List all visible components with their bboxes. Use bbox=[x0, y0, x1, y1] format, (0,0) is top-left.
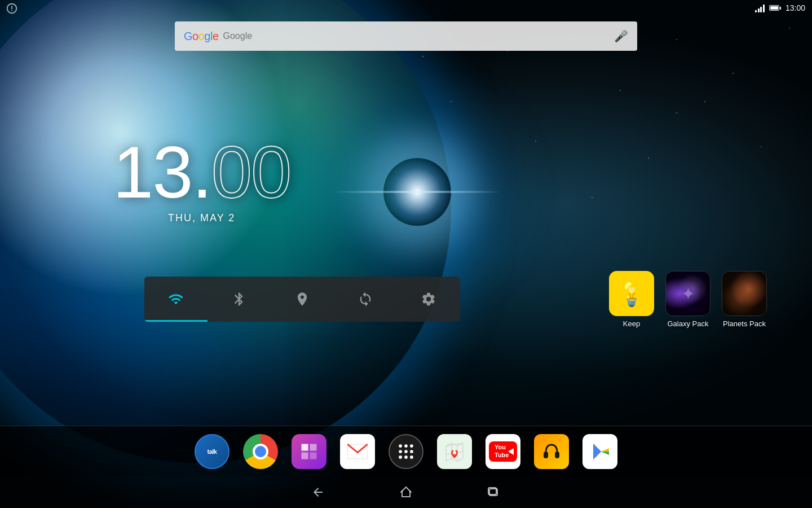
keep-icon-img: 💡 bbox=[609, 271, 654, 316]
svg-point-9 bbox=[410, 450, 413, 453]
svg-point-6 bbox=[410, 444, 413, 448]
quick-settings-panel bbox=[144, 277, 460, 322]
desktop-icons: 💡 Keep Galaxy Pack Planets Pack bbox=[609, 271, 767, 328]
app-dock: talk bbox=[0, 426, 812, 476]
keep-label: Keep bbox=[623, 319, 640, 328]
planets-pack-label: Planets Pack bbox=[723, 319, 766, 328]
dock-headphones[interactable] bbox=[534, 434, 569, 469]
nav-bar bbox=[0, 476, 812, 508]
wifi-icon bbox=[755, 3, 765, 12]
nav-back[interactable] bbox=[308, 482, 328, 502]
clock-time: 13.00 bbox=[113, 135, 290, 209]
nav-home[interactable] bbox=[396, 482, 416, 502]
svg-rect-1 bbox=[302, 452, 308, 459]
svg-text:Tube: Tube bbox=[495, 452, 509, 458]
dock-gmail[interactable] bbox=[340, 434, 375, 469]
google-logo: Google bbox=[184, 30, 219, 43]
dock-play-store[interactable] bbox=[582, 434, 617, 469]
dock-chrome[interactable] bbox=[243, 434, 278, 469]
svg-point-8 bbox=[404, 450, 408, 453]
galaxy-pack-label: Galaxy Pack bbox=[668, 319, 709, 328]
clock-widget: 13.00 THU, MAY 2 bbox=[113, 135, 290, 224]
battery-icon bbox=[769, 5, 781, 11]
status-bar: 13:00 bbox=[0, 0, 812, 16]
clock-hours: 13 bbox=[113, 131, 192, 213]
svg-point-10 bbox=[399, 456, 402, 459]
svg-point-11 bbox=[404, 456, 408, 459]
notification-icon bbox=[6, 2, 19, 16]
search-bar[interactable]: Google 🎤 bbox=[175, 21, 637, 51]
svg-rect-0 bbox=[302, 444, 308, 450]
svg-rect-21 bbox=[488, 488, 496, 494]
dock-youtube[interactable]: You Tube bbox=[486, 434, 520, 469]
sun-flare bbox=[383, 158, 451, 226]
svg-point-7 bbox=[399, 450, 402, 453]
svg-text:You: You bbox=[495, 444, 506, 450]
dock-fusion[interactable] bbox=[292, 434, 326, 469]
dock-all-apps[interactable] bbox=[389, 434, 423, 469]
galaxy-pack-icon-img bbox=[665, 271, 710, 316]
svg-point-13 bbox=[453, 451, 456, 454]
svg-point-4 bbox=[399, 444, 402, 448]
clock-date: THU, MAY 2 bbox=[113, 212, 290, 224]
dock-talk[interactable]: talk bbox=[195, 434, 230, 469]
planets-pack-icon-img bbox=[722, 271, 767, 316]
qs-settings[interactable] bbox=[397, 277, 460, 322]
app-icon-keep[interactable]: 💡 Keep bbox=[609, 271, 654, 328]
qs-bluetooth[interactable] bbox=[208, 277, 271, 322]
nav-recents[interactable] bbox=[484, 482, 504, 502]
svg-rect-3 bbox=[310, 452, 317, 459]
svg-rect-2 bbox=[310, 444, 317, 450]
status-time: 13:00 bbox=[785, 3, 805, 12]
clock-minutes: 00 bbox=[211, 131, 291, 213]
planet-earth bbox=[0, 0, 451, 463]
qs-sync[interactable] bbox=[334, 277, 397, 322]
svg-point-5 bbox=[404, 444, 408, 448]
app-icon-galaxy-pack[interactable]: Galaxy Pack bbox=[665, 271, 710, 328]
search-input[interactable] bbox=[223, 31, 614, 41]
clock-colon: . bbox=[192, 131, 211, 213]
svg-point-12 bbox=[410, 456, 413, 459]
svg-rect-18 bbox=[544, 452, 548, 458]
qs-location[interactable] bbox=[271, 277, 334, 322]
dock-maps[interactable] bbox=[437, 434, 472, 469]
qs-wifi[interactable] bbox=[144, 277, 208, 322]
svg-rect-19 bbox=[555, 452, 559, 458]
mic-icon[interactable]: 🎤 bbox=[614, 29, 628, 43]
app-icon-planets-pack[interactable]: Planets Pack bbox=[722, 271, 767, 328]
